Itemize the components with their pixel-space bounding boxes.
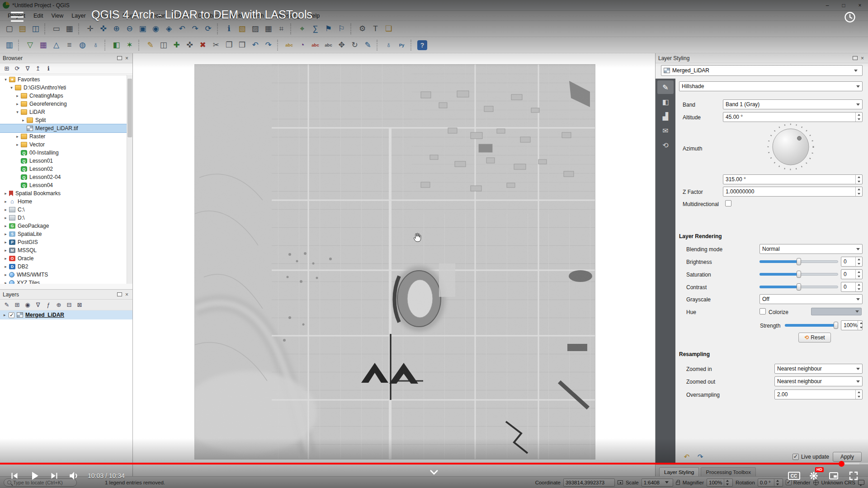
tree-expander-icon[interactable] (3, 216, 9, 220)
menu-item[interactable]: Help (304, 11, 324, 20)
browser-tree-item[interactable]: DB2 (0, 263, 127, 271)
next-video-icon[interactable] (44, 466, 64, 485)
map-tips-icon[interactable]: ❏ (382, 23, 395, 35)
fullscreen-icon[interactable] (844, 466, 863, 485)
close-icon[interactable]: × (852, 0, 868, 10)
minimize-icon[interactable]: – (819, 0, 835, 10)
layout-manager-icon[interactable]: ▦ (63, 23, 75, 35)
close-panel-icon[interactable] (859, 55, 865, 61)
layer-labeling-icon[interactable]: abc (283, 39, 295, 51)
colorize-color-swatch[interactable] (811, 308, 862, 315)
float-panel-icon[interactable] (117, 56, 122, 60)
browser-tree-item[interactable]: SpatiaLite (0, 230, 127, 238)
spin-steppers[interactable] (855, 390, 862, 399)
select-features-icon[interactable]: ▧ (236, 23, 248, 35)
style-undo-icon[interactable]: ↶ (682, 452, 692, 462)
vertex-tool-icon[interactable]: ✜ (184, 39, 196, 51)
tree-expander-icon[interactable] (3, 191, 9, 196)
float-panel-icon[interactable] (853, 56, 858, 60)
refresh-browser-icon[interactable]: ⟳ (13, 64, 22, 73)
play-icon[interactable] (24, 466, 44, 485)
tree-expander-icon[interactable] (3, 256, 9, 261)
reset-button[interactable]: Reset (798, 333, 831, 343)
highlight-labels-icon[interactable]: abc (322, 39, 335, 51)
menu-item[interactable]: Web (226, 11, 246, 20)
refresh-map-icon[interactable]: ⟳ (202, 23, 214, 35)
metadata-tab-icon[interactable]: ✉ (657, 124, 674, 137)
saturation-slider[interactable] (760, 273, 838, 276)
float-panel-icon[interactable] (117, 292, 122, 296)
captions-icon[interactable]: CC (784, 466, 804, 485)
menu-item[interactable]: Raster (169, 11, 194, 20)
apply-button[interactable]: Apply (833, 452, 862, 462)
browser-tree-item[interactable]: Lesson01 (0, 157, 127, 165)
expander-icon[interactable]: ▸ (4, 313, 9, 317)
miniplayer-icon[interactable] (824, 466, 844, 485)
field-calculator-icon[interactable]: ⌗ (275, 23, 288, 35)
add-vector-layer-icon[interactable]: ▽ (24, 39, 36, 51)
map-canvas[interactable] (133, 53, 655, 476)
zoom-full-icon[interactable]: ▣ (137, 23, 149, 35)
spin-steppers[interactable] (855, 175, 862, 184)
altitude-spinbox[interactable]: 45.00 ° (723, 112, 863, 122)
menu-item[interactable]: Edit (29, 11, 47, 20)
metasearch-icon[interactable]: ♁ (382, 39, 395, 51)
tree-expander-icon[interactable] (3, 281, 9, 284)
pin-labels-icon[interactable]: abc (309, 39, 321, 51)
add-postgis-layer-icon[interactable]: ◍ (76, 39, 89, 51)
new-project-icon[interactable]: ▢ (3, 23, 15, 35)
menu-item[interactable]: Layer (67, 11, 90, 20)
history-tab-icon[interactable]: ⟲ (657, 138, 674, 152)
zoomed-out-dropdown[interactable]: Nearest neighbour (774, 376, 863, 386)
zoom-next-icon[interactable]: ↷ (189, 23, 201, 35)
close-panel-icon[interactable] (124, 291, 130, 297)
redo-icon[interactable]: ↷ (262, 39, 274, 51)
tree-expander-icon[interactable] (20, 118, 26, 122)
collapse-all-icon[interactable]: ↥ (33, 64, 42, 73)
menu-item[interactable]: Mesh (246, 11, 268, 20)
multidirectional-checkbox[interactable] (725, 200, 731, 206)
tree-expander-icon[interactable] (3, 240, 9, 244)
add-raster-layer-icon[interactable]: ▦ (37, 39, 49, 51)
strength-slider[interactable] (785, 324, 838, 327)
filter-by-expression-icon[interactable]: ƒ (44, 300, 53, 310)
open-project-icon[interactable]: ▤ (16, 23, 28, 35)
browser-tree-item[interactable]: Oracle (0, 254, 127, 263)
settings-gear-icon[interactable]: HD (804, 466, 824, 485)
symbology-tab-icon[interactable]: ✎ (657, 80, 674, 94)
processing-toolbox-icon[interactable]: ⚙ (356, 23, 368, 35)
toggle-editing-icon[interactable]: ✎ (144, 39, 156, 51)
remove-layer-icon[interactable]: ⊠ (75, 300, 84, 310)
browser-tree-item[interactable]: PostGIS (0, 238, 127, 246)
live-update-checkbox[interactable] (793, 454, 799, 460)
transparency-tab-icon[interactable]: ◧ (657, 95, 674, 108)
azimuth-dial[interactable] (766, 122, 816, 172)
zoom-to-selection-icon[interactable]: ◉ (150, 23, 162, 35)
undo-icon[interactable]: ↶ (249, 39, 261, 51)
menu-item[interactable]: Plugins (118, 11, 145, 20)
oversampling-spinbox[interactable]: 2.00 (774, 389, 863, 399)
statistics-summary-icon[interactable]: ∑ (309, 23, 321, 35)
browser-tree-item[interactable]: CreatingMaps (0, 92, 127, 100)
pan-map-icon[interactable]: ✛ (84, 23, 96, 35)
show-bookmarks-icon[interactable]: ⚐ (335, 23, 348, 35)
tree-expander-icon[interactable] (3, 232, 9, 236)
scrollbar-thumb[interactable] (127, 79, 132, 137)
layer-item[interactable]: ▸ Merged_LiDAR (0, 310, 132, 319)
browser-tree-item[interactable]: Favorites (0, 75, 127, 84)
brightness-slider[interactable] (760, 260, 838, 263)
menu-item[interactable]: Database (194, 11, 226, 20)
menu-item[interactable]: Processing (268, 11, 304, 20)
spin-steppers[interactable] (855, 257, 862, 266)
open-attribute-table-icon[interactable]: ▦ (262, 23, 274, 35)
browser-tree-item[interactable]: C:\ (0, 206, 127, 214)
browser-tree-item[interactable]: Home (0, 197, 127, 206)
add-feature-icon[interactable]: ✚ (170, 39, 183, 51)
add-mesh-layer-icon[interactable]: △ (50, 39, 62, 51)
tree-expander-icon[interactable] (3, 264, 9, 269)
browser-tree-item[interactable]: Georeferencing (0, 100, 127, 108)
python-console-icon[interactable]: Py (396, 39, 408, 51)
spin-steppers[interactable] (855, 270, 862, 279)
new-geopackage-layer-icon[interactable]: ◧ (110, 39, 123, 51)
browser-tree-item[interactable]: 00-Installing (0, 149, 127, 157)
